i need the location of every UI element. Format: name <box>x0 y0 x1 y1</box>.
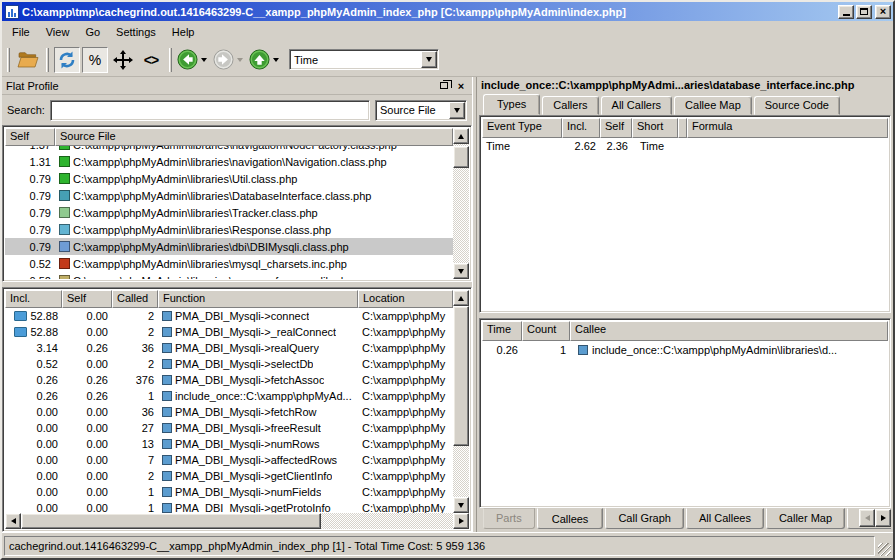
file-row[interactable]: 0.79 C:\xampp\phpMyAdmin\libraries\Util.… <box>5 170 453 187</box>
file-row[interactable]: 0.79 C:\xampp\phpMyAdmin\libraries\Track… <box>5 204 453 221</box>
menu-item[interactable]: Settings <box>108 23 164 41</box>
up-button[interactable] <box>249 49 270 70</box>
tab-scroll-left-button[interactable] <box>859 509 875 527</box>
cycle-detection-button[interactable]: <> <box>138 47 164 73</box>
resize-grip[interactable] <box>878 543 891 556</box>
up-dropdown-arrow[interactable] <box>273 58 279 62</box>
detail-bottom-tab[interactable]: Callees <box>537 508 604 529</box>
column-header-function[interactable]: Function <box>158 290 358 308</box>
column-header-formula[interactable]: Formula <box>687 118 888 138</box>
back-button[interactable] <box>177 49 198 70</box>
reload-button[interactable] <box>54 47 80 73</box>
detail-bottom-tab[interactable]: Call Graph <box>605 508 684 529</box>
scroll-down-button[interactable] <box>453 497 469 513</box>
column-header-short[interactable]: Short <box>632 118 678 138</box>
scroll-right-button[interactable] <box>453 513 469 529</box>
detail-bottom-tab[interactable]: Parts <box>483 508 535 529</box>
callee-row[interactable]: 0.26 1 include_once::C:\xampp\phpMyAdmin… <box>482 341 888 358</box>
dock-float-button[interactable] <box>437 79 451 92</box>
toolbar-grip[interactable] <box>169 48 172 72</box>
toolbar-grip[interactable] <box>7 48 10 72</box>
scroll-left-button[interactable] <box>5 513 21 529</box>
combobox-dropdown-button[interactable] <box>421 51 437 68</box>
titlebar[interactable]: C:\xampp\tmp\cachegrind.out.1416463299-C… <box>2 2 893 21</box>
expand-areas-button[interactable] <box>110 47 136 73</box>
search-input[interactable] <box>50 100 370 121</box>
scrollbar-track[interactable] <box>21 513 453 529</box>
detail-tab[interactable]: Types <box>483 94 540 115</box>
function-row[interactable]: 52.88 0.00 2 PMA_DBI_Mysqli->_realConnec… <box>5 324 453 340</box>
function-row[interactable]: 3.14 0.26 36 PMA_DBI_Mysqli->realQuery C… <box>5 340 453 356</box>
group-by-combobox[interactable]: Source File <box>375 100 467 121</box>
scrollbar-thumb[interactable] <box>453 306 469 446</box>
column-header-self[interactable]: Self <box>600 118 632 138</box>
close-button[interactable]: × <box>875 5 891 19</box>
dock-close-button[interactable]: × <box>454 79 468 92</box>
function-row[interactable]: 0.00 0.00 27 PMA_DBI_Mysqli->freeResult … <box>5 420 453 436</box>
toolbar: % <> <box>2 43 893 77</box>
back-dropdown-arrow[interactable] <box>201 58 207 62</box>
scroll-up-button[interactable] <box>453 128 469 144</box>
menu-item[interactable]: File <box>4 23 38 41</box>
function-table-hscrollbar[interactable] <box>5 513 469 529</box>
maximize-button[interactable] <box>856 5 872 19</box>
function-icon <box>162 343 172 353</box>
triangle-down-icon <box>458 503 464 508</box>
column-header-incl[interactable]: Incl. <box>562 118 600 138</box>
file-list-vscrollbar[interactable] <box>453 128 469 279</box>
menu-item[interactable]: View <box>38 23 78 41</box>
column-header-spacer[interactable] <box>678 118 687 138</box>
column-header-time[interactable]: Time <box>482 321 522 341</box>
file-row[interactable]: 0.79 C:\xampp\phpMyAdmin\libraries\dbi\D… <box>5 238 453 255</box>
file-row[interactable]: 1.37 C:\xampp\phpMyAdmin\libraries\navig… <box>5 146 453 153</box>
function-row[interactable]: 0.26 0.26 1 include_once::C:\xampp\phpMy… <box>5 388 453 404</box>
scrollbar-track[interactable] <box>453 306 469 497</box>
combobox-dropdown-button[interactable] <box>449 102 465 119</box>
scroll-up-button[interactable] <box>453 290 469 306</box>
function-row[interactable]: 0.26 0.26 376 PMA_DBI_Mysqli->fetchAssoc… <box>5 372 453 388</box>
file-row[interactable]: 0.52 C:\xampp\phpMyAdmin\libraries\mysql… <box>5 255 453 272</box>
detail-tab[interactable]: Callee Map <box>674 96 752 115</box>
detail-bottom-tab[interactable]: Caller Map <box>766 508 845 529</box>
scroll-down-button[interactable] <box>453 263 469 279</box>
function-row[interactable]: 0.52 0.00 2 PMA_DBI_Mysqli->selectDb C:\… <box>5 356 453 372</box>
detail-bottom-tab[interactable]: All Callees <box>686 508 764 529</box>
column-header-location[interactable]: Location <box>358 290 453 308</box>
function-row[interactable]: 0.00 0.00 13 PMA_DBI_Mysqli->numRows C:\… <box>5 436 453 452</box>
detail-tab[interactable]: Callers <box>542 96 598 115</box>
column-header-incl[interactable]: Incl. <box>5 290 62 308</box>
function-row[interactable]: 0.00 0.00 1 PMA_DBI_Mysqli->getProtoInfo… <box>5 500 453 513</box>
file-row[interactable]: 0.52 C:\xampp\phpMyAdmin\libraries\user_… <box>5 272 453 279</box>
function-row[interactable]: 52.88 0.00 2 PMA_DBI_Mysqli->connect C:\… <box>5 308 453 324</box>
column-header-self[interactable]: Self <box>5 128 55 146</box>
file-row[interactable]: 1.31 C:\xampp\phpMyAdmin\libraries\navig… <box>5 153 453 170</box>
event-type-combobox[interactable]: Time <box>289 49 439 70</box>
function-row[interactable]: 0.00 0.00 7 PMA_DBI_Mysqli->affectedRows… <box>5 452 453 468</box>
minimize-button[interactable] <box>838 5 854 19</box>
dock-titlebar[interactable]: Flat Profile × <box>2 77 472 95</box>
file-row[interactable]: 0.79 C:\xampp\phpMyAdmin\libraries\Datab… <box>5 187 453 204</box>
menu-item[interactable]: Go <box>77 23 108 41</box>
relative-percent-button[interactable]: % <box>82 47 108 73</box>
column-header-count[interactable]: Count <box>522 321 570 341</box>
scrollbar-thumb[interactable] <box>453 146 469 168</box>
event-type-row[interactable]: Time 2.62 2.36 Time <box>482 138 888 154</box>
column-header-self[interactable]: Self <box>62 290 112 308</box>
function-row[interactable]: 0.00 0.00 2 PMA_DBI_Mysqli->getClientInf… <box>5 468 453 484</box>
toolbar-grip[interactable] <box>46 48 49 72</box>
column-header-source-file[interactable]: Source File <box>55 128 453 146</box>
scrollbar-thumb[interactable] <box>21 513 321 529</box>
detail-tab[interactable]: Source Code <box>754 96 840 115</box>
function-table-vscrollbar[interactable] <box>453 290 469 513</box>
detail-tab[interactable]: All Callers <box>601 96 673 115</box>
function-row[interactable]: 0.00 0.00 36 PMA_DBI_Mysqli->fetchRow C:… <box>5 404 453 420</box>
column-header-called[interactable]: Called <box>112 290 158 308</box>
tab-scroll-right-button[interactable] <box>875 509 891 527</box>
function-row[interactable]: 0.00 0.00 1 PMA_DBI_Mysqli->numFields C:… <box>5 484 453 500</box>
open-file-button[interactable] <box>15 47 41 73</box>
scrollbar-track[interactable] <box>453 144 469 263</box>
file-row[interactable]: 0.79 C:\xampp\phpMyAdmin\libraries\Respo… <box>5 221 453 238</box>
column-header-callee[interactable]: Callee <box>570 321 888 341</box>
column-header-event-type[interactable]: Event Type <box>482 118 562 138</box>
menu-item[interactable]: Help <box>164 23 203 41</box>
